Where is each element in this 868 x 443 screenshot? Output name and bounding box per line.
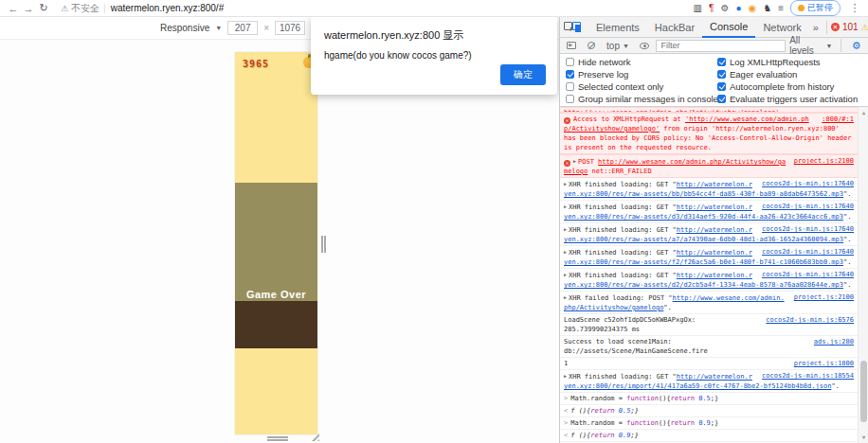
checkbox-icon[interactable]	[566, 95, 574, 103]
game-dark-band	[235, 301, 317, 348]
console-sidebar-icon[interactable]	[564, 41, 580, 51]
more-tabs-icon[interactable]: »	[809, 22, 823, 33]
page-area: Responsive ▼ 207 × 1076 3965 Game Over C…	[0, 17, 559, 443]
console-text: f (){	[570, 407, 590, 415]
source-link[interactable]: project.js:2100	[794, 292, 854, 302]
gear-ext-icon[interactable]: ⚙	[720, 4, 729, 13]
setting-label: Hide network	[578, 57, 630, 67]
forward-icon[interactable]: →	[21, 3, 36, 14]
device-mode-select[interactable]: Responsive	[160, 23, 209, 33]
game-score: 3965	[243, 59, 269, 69]
console-text: 0.9	[698, 419, 711, 427]
checkbox-icon[interactable]	[566, 58, 574, 66]
source-link[interactable]: :800/#:1	[822, 115, 854, 124]
console-text: Math.random =	[570, 419, 626, 427]
expand-caret-icon[interactable]: ▶	[573, 158, 576, 164]
source-link[interactable]: cocos2d-js-min.js:17640	[762, 202, 854, 211]
list-ext-icon[interactable]: ≡	[778, 4, 784, 13]
source-link[interactable]: ads.js:280	[814, 337, 854, 346]
checkbox-icon[interactable]	[717, 82, 726, 91]
tampermonkey-icon[interactable]: ¶	[709, 4, 714, 13]
expand-caret-icon[interactable]: ▶	[564, 204, 567, 209]
scroll-down-icon[interactable]: ▼	[859, 433, 868, 442]
extension-dark-icon[interactable]: ▥	[694, 4, 702, 13]
console-row-log: ads.js:280Success to load scene1Main: db…	[560, 336, 858, 358]
devtools-panel: ElementsHackBarConsoleNetwork » ✕ 101 ⚠ …	[559, 17, 868, 443]
expand-caret-icon[interactable]: ▶	[564, 272, 567, 277]
source-link[interactable]: cocos2d-js-min.js:17640	[762, 179, 854, 188]
device-width-input[interactable]: 207	[227, 21, 258, 35]
checkbox-icon[interactable]	[717, 58, 726, 66]
chevron-down-icon: ▼	[215, 25, 222, 31]
game-viewport[interactable]: 3965 Game Over Click to view the score	[235, 52, 317, 434]
checkbox-icon[interactable]	[717, 95, 726, 103]
expand-caret-icon[interactable]: ▶	[564, 294, 567, 300]
expand-caret-icon[interactable]: ▶	[564, 249, 567, 255]
checkbox-icon[interactable]	[717, 70, 726, 79]
console-row-error: :800/#:1✕Access to XMLHttpRequest at 'ht…	[560, 113, 858, 154]
clear-console-icon[interactable]	[584, 41, 600, 51]
viewport-resize-handle-bottom[interactable]	[267, 436, 288, 441]
expand-caret-icon[interactable]: ▶	[564, 226, 567, 232]
tab-elements[interactable]: Elements	[588, 17, 647, 38]
tab-hackbar[interactable]: HackBar	[647, 17, 702, 38]
device-height-input[interactable]: 1076	[275, 21, 305, 35]
dialog-ok-button[interactable]: 确定	[500, 64, 546, 85]
chevron-down-icon: ▼	[826, 43, 833, 49]
inspect-element-icon[interactable]	[564, 22, 572, 32]
setting-label: Evaluate triggers user activation	[730, 94, 858, 104]
scrollbar-thumb[interactable]	[860, 361, 867, 422]
browser-menu-icon[interactable]: ⋮	[847, 2, 862, 14]
setting-log-xmlhttprequests[interactable]: Log XMLHttpRequests	[717, 57, 858, 66]
expand-caret-icon[interactable]: ▶	[564, 181, 567, 186]
paused-pill-button[interactable]: 已暂停	[790, 0, 841, 16]
setting-eager-evaluation[interactable]: Eager evaluation	[717, 69, 858, 79]
console-text: Success to load scene1Main: db://assets/…	[564, 338, 708, 355]
issues-badges[interactable]: ✕ 101 ⚠ 12	[826, 21, 868, 34]
checkbox-icon[interactable]	[566, 70, 574, 79]
log-levels-select[interactable]: All levels ▼	[789, 35, 832, 56]
console-text: ;}	[711, 419, 718, 427]
console-filter-input[interactable]	[656, 40, 786, 52]
source-link[interactable]: cocos2d-js-min.js:17640	[762, 224, 854, 234]
console-settings-icon[interactable]: ⚙	[848, 40, 864, 52]
setting-group-similar-messages-in-console[interactable]: Group similar messages in console	[566, 94, 717, 103]
setting-selected-context-only[interactable]: Selected context only	[566, 81, 717, 91]
tab-console[interactable]: Console	[702, 17, 755, 38]
dark-ext-icon[interactable]: ♞	[763, 4, 771, 13]
console-text: 0.5	[698, 395, 711, 402]
js-alert-dialog: watermelon.ryen.xyz:800 显示 hgame(do you …	[311, 17, 557, 95]
address-bar[interactable]: ⚠ 不安全 | watermelon.ryen.xyz:800/#	[61, 2, 694, 15]
console-text: return	[671, 395, 695, 402]
console-text: XHR finished loading: GET "	[569, 249, 677, 257]
context-selector[interactable]: top ▼	[603, 41, 633, 51]
source-link[interactable]: project.js:1800	[794, 359, 854, 368]
proxy-icon[interactable]: ●	[735, 4, 741, 13]
hackbar-ext-icon[interactable]: ◉	[748, 4, 756, 13]
source-link[interactable]: cocos2d-js-min.js:6576	[766, 315, 854, 325]
game-over-overlay: Game Over Click to view the score	[235, 183, 317, 301]
console-scrollbar[interactable]: ▲ ▼	[858, 107, 868, 443]
console-text: ".	[831, 382, 839, 390]
source-link[interactable]: project.js:2100	[794, 156, 854, 166]
reload-icon[interactable]: ↻	[36, 2, 51, 14]
source-link[interactable]: cocos2d-js-min.js:17640	[762, 270, 854, 279]
setting-label: Autocomplete from history	[730, 81, 834, 92]
console-text: 1	[564, 360, 568, 367]
expand-caret-icon[interactable]: ▶	[564, 373, 567, 379]
live-expression-eye-icon[interactable]	[637, 41, 653, 51]
setting-hide-network[interactable]: Hide network	[566, 57, 717, 66]
back-icon[interactable]: ←	[6, 3, 21, 14]
viewport-resize-handle-corner[interactable]	[310, 432, 319, 441]
viewport-resize-handle-right[interactable]	[321, 236, 326, 253]
console-text: return	[590, 432, 614, 439]
source-link[interactable]: cocos2d-js-min.js:17640	[762, 247, 854, 257]
setting-autocomplete-from-history[interactable]: Autocomplete from history	[717, 81, 858, 91]
console-text: Math.random =	[570, 395, 626, 402]
checkbox-icon[interactable]	[566, 82, 574, 91]
console-text: ".	[843, 258, 851, 266]
setting-evaluate-triggers-user-activation[interactable]: Evaluate triggers user activation	[717, 94, 858, 103]
setting-preserve-log[interactable]: Preserve log	[566, 69, 717, 79]
scroll-up-icon[interactable]: ▲	[859, 108, 868, 117]
source-link[interactable]: cocos2d-js-min.js:18554	[762, 371, 854, 381]
